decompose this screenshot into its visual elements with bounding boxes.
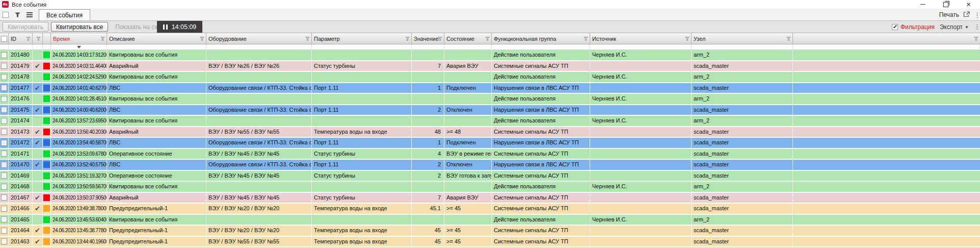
column-header-equipment[interactable]: Оборудование bbox=[206, 33, 312, 44]
filter-funnel-icon[interactable] bbox=[584, 37, 588, 41]
column-header-state[interactable]: Состояние bbox=[444, 33, 492, 44]
menu-icon[interactable] bbox=[27, 12, 33, 17]
row-checkbox[interactable] bbox=[1, 74, 7, 80]
filter-funnel-icon[interactable] bbox=[485, 37, 490, 41]
open-external-icon[interactable] bbox=[963, 10, 970, 19]
filter-funnel-icon[interactable] bbox=[786, 37, 791, 41]
table-row[interactable]: 201472✔24.06.2020 13:54:40.587000ЛВСОбор… bbox=[0, 138, 980, 149]
filter-icon[interactable] bbox=[15, 12, 20, 17]
table-row[interactable]: 20147124.06.2020 13:53:09.678000Оператив… bbox=[0, 149, 980, 160]
cell-func-group: Нарушения связи в ЛВС АСУ ТП bbox=[492, 160, 590, 170]
table-row[interactable]: 201470✔24.06.2020 13:52:40.575000ЛВСОбор… bbox=[0, 160, 980, 171]
cell-time: 24.06.2020 13:44:40.196000 bbox=[51, 237, 107, 247]
cell-ack bbox=[33, 94, 43, 104]
column-header-description[interactable]: Описание bbox=[107, 33, 206, 44]
table-row[interactable]: 201479✔24.06.2020 14:03:11.464000Аварийн… bbox=[0, 61, 980, 72]
table-row[interactable]: 20146924.06.2020 13:51:19.327000Оператив… bbox=[0, 171, 980, 182]
cell-select bbox=[0, 237, 9, 247]
row-checkbox[interactable] bbox=[1, 63, 7, 69]
print-button[interactable]: Печать bbox=[939, 11, 959, 18]
more-options-icon[interactable]: ⋮ bbox=[974, 23, 978, 30]
table-row[interactable]: 20146824.06.2020 13:50:59.567000Квитиров… bbox=[0, 182, 980, 193]
cell-ack bbox=[33, 116, 43, 126]
row-checkbox[interactable] bbox=[1, 172, 7, 179]
filter-funnel-icon[interactable] bbox=[685, 37, 690, 41]
filter-funnel-icon[interactable] bbox=[305, 37, 310, 41]
column-header-source[interactable]: Источник bbox=[590, 33, 692, 44]
time-box[interactable]: 14:05:09 bbox=[157, 21, 202, 33]
cell-value: 45 bbox=[412, 226, 444, 236]
close-button[interactable]: ✕ bbox=[957, 0, 980, 9]
cell-description: ЛВС bbox=[107, 138, 206, 148]
column-header-ack[interactable] bbox=[33, 33, 43, 44]
table-row[interactable]: 20147824.06.2020 14:02:24.529000Квитиров… bbox=[0, 72, 980, 83]
column-header-time[interactable]: Время bbox=[51, 33, 107, 44]
row-checkbox[interactable] bbox=[1, 96, 7, 102]
cell-source bbox=[590, 61, 692, 71]
cell-parameter: Порт 1.11 bbox=[312, 160, 412, 170]
row-checkbox[interactable] bbox=[1, 151, 7, 157]
column-header-filler[interactable] bbox=[793, 33, 980, 44]
row-checkbox[interactable] bbox=[1, 52, 7, 58]
window-title: Все события bbox=[12, 2, 46, 8]
table-row[interactable]: 201477✔24.06.2020 14:01:40.627000ЛВСОбор… bbox=[0, 83, 980, 94]
filtering-checkbox[interactable] bbox=[892, 24, 898, 30]
cell-description: Квитированы все события bbox=[107, 94, 206, 104]
column-header-severity[interactable] bbox=[43, 33, 51, 44]
cell-equipment: Оборудование связи / КТП-33. Стойка связ… bbox=[206, 105, 312, 115]
acknowledge-all-button[interactable]: Квитировать все bbox=[51, 22, 108, 32]
filter-funnel-icon[interactable] bbox=[26, 37, 31, 41]
column-header-func-group[interactable]: Функциональная группа bbox=[492, 33, 590, 44]
table-row[interactable]: 201473✔24.06.2020 13:56:40.203000Аварийн… bbox=[0, 127, 980, 138]
pause-icon[interactable] bbox=[163, 24, 168, 30]
cell-filler bbox=[793, 204, 980, 214]
row-checkbox[interactable] bbox=[1, 107, 7, 113]
row-checkbox[interactable] bbox=[1, 238, 7, 244]
minimize-button[interactable] bbox=[911, 0, 934, 9]
table-row[interactable]: 20147624.06.2020 14:01:28.451000Квитиров… bbox=[0, 94, 980, 105]
row-checkbox[interactable] bbox=[1, 216, 7, 222]
cell-func-group: Системные сигналы АСУ ТП bbox=[492, 61, 590, 71]
column-header-id[interactable]: ID bbox=[9, 33, 33, 44]
acknowledge-button[interactable]: Квитировать bbox=[3, 22, 48, 32]
table-row[interactable]: 201464✔24.06.2020 13:45:38.778000Предупр… bbox=[0, 226, 980, 237]
cell-parameter bbox=[312, 72, 412, 82]
restore-button[interactable] bbox=[934, 0, 957, 9]
tab-all-events[interactable]: Все события bbox=[39, 9, 90, 20]
row-checkbox[interactable] bbox=[1, 129, 7, 135]
filter-funnel-icon[interactable] bbox=[438, 37, 442, 41]
row-checkbox[interactable] bbox=[1, 184, 7, 190]
table-row[interactable]: 201463✔24.06.2020 13:44:40.196000Предупр… bbox=[0, 237, 980, 248]
filter-funnel-icon[interactable] bbox=[974, 37, 978, 41]
cell-node: scada_master bbox=[692, 226, 793, 236]
row-checkbox[interactable] bbox=[1, 228, 7, 234]
filter-funnel-icon[interactable] bbox=[100, 37, 105, 41]
filter-funnel-icon[interactable] bbox=[405, 37, 410, 41]
select-all-checkbox[interactable] bbox=[1, 36, 7, 42]
column-header-parameter[interactable]: Параметр bbox=[312, 33, 412, 44]
table-row[interactable]: 201467✔24.06.2020 13:50:37.905000Аварийн… bbox=[0, 193, 980, 204]
table-row[interactable]: 20146524.06.2020 13:45:53.604000Квитиров… bbox=[0, 215, 980, 226]
column-header-value[interactable]: Значение bbox=[412, 33, 444, 44]
row-checkbox[interactable] bbox=[1, 85, 7, 91]
column-header-select[interactable] bbox=[0, 33, 9, 44]
cell-node: scada_master bbox=[692, 160, 793, 170]
table-row[interactable]: 20147424.06.2020 13:57:23.695000Квитиров… bbox=[0, 116, 980, 127]
row-checkbox[interactable] bbox=[1, 140, 7, 146]
row-checkbox[interactable] bbox=[1, 162, 7, 168]
table-row[interactable]: 201466✔24.06.2020 13:49:38.780000Предупр… bbox=[0, 204, 980, 215]
more-options-icon[interactable]: ⋮ bbox=[974, 12, 978, 18]
column-header-node[interactable]: Узел bbox=[692, 33, 793, 44]
export-button[interactable]: Экспорт ▼ bbox=[940, 23, 969, 31]
filter-funnel-icon[interactable] bbox=[200, 37, 204, 41]
tabbar-checkbox[interactable] bbox=[3, 12, 9, 18]
row-checkbox[interactable] bbox=[1, 194, 7, 201]
table-row[interactable]: 201475✔24.06.2020 14:00:40.620000ЛВСОбор… bbox=[0, 105, 980, 116]
cell-equipment bbox=[206, 72, 312, 82]
row-checkbox[interactable] bbox=[1, 206, 7, 212]
cell-state bbox=[444, 72, 492, 82]
filter-funnel-icon[interactable] bbox=[36, 37, 41, 41]
cell-select bbox=[0, 83, 9, 93]
row-checkbox[interactable] bbox=[1, 118, 7, 124]
table-row[interactable]: 20148024.06.2020 14:03:17.912000Квитиров… bbox=[0, 50, 980, 61]
